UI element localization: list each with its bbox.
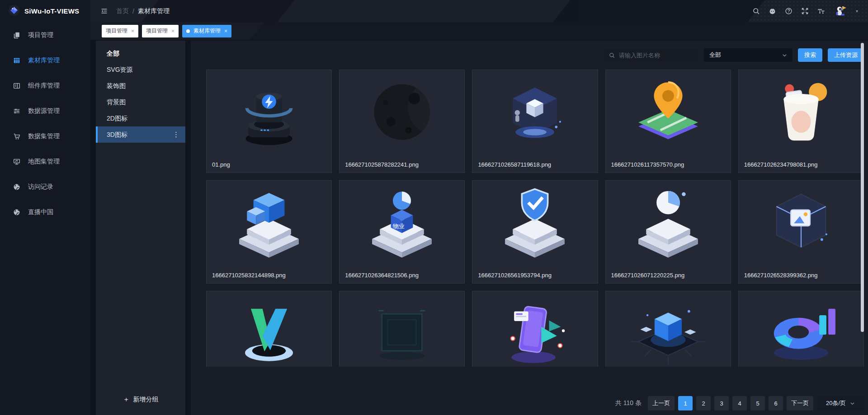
category-label: 2D图标 xyxy=(107,115,127,122)
asset-card[interactable]: 1666271025878282241.png xyxy=(339,70,465,173)
asset-card[interactable]: 1666271026071220225.png xyxy=(605,180,731,284)
tab-close-icon[interactable]: × xyxy=(171,28,175,34)
category-item-3D图标[interactable]: 3D图标⋮ xyxy=(96,126,185,143)
pagination-page-6[interactable]: 6 xyxy=(769,396,783,410)
asset-card[interactable]: 1666271026234798081.png xyxy=(738,70,864,173)
asset-toolbar: 全部 搜索 上传资源 xyxy=(206,41,864,70)
dataset-icon xyxy=(13,132,21,140)
sidebar-menu: 项目管理素材库管理组件库管理数据源管理数据集管理地图集管理访问记录直播中国 xyxy=(0,22,90,225)
pagination-next-button[interactable]: 下一页 xyxy=(787,396,813,410)
asset-search-box xyxy=(604,48,698,62)
asset-card[interactable] xyxy=(472,291,598,367)
search-button[interactable]: 搜索 xyxy=(798,48,822,62)
pagination: 共 110 条 上一页 123456 下一页 20条/页 xyxy=(206,396,864,410)
category-item-全部[interactable]: 全部 xyxy=(96,45,185,61)
pagination-page-1[interactable]: 1 xyxy=(678,396,693,410)
github-icon[interactable] xyxy=(769,7,776,15)
tab-项目管理[interactable]: 项目管理× xyxy=(102,25,138,37)
pagination-page-3[interactable]: 3 xyxy=(714,396,729,410)
category-label: 3D图标 xyxy=(107,131,127,138)
page-size-select[interactable]: 20条/页 xyxy=(817,396,864,410)
category-item-背景图[interactable]: 背景图 xyxy=(96,94,185,110)
tab-label: 项目管理 xyxy=(106,27,127,35)
live-icon xyxy=(13,208,21,216)
tab-项目管理[interactable]: 项目管理× xyxy=(142,25,179,37)
category-item-装饰图[interactable]: 装饰图 xyxy=(96,78,185,94)
logo: SiWu-IoT-VIEWS xyxy=(0,0,90,22)
asset-type-select[interactable]: 全部 xyxy=(704,48,793,62)
scrollbar-thumb[interactable] xyxy=(861,43,864,332)
sidebar-item-label: 组件库管理 xyxy=(28,82,60,90)
pagination-page-5[interactable]: 5 xyxy=(750,396,765,410)
pagination-pages: 123456 xyxy=(678,396,783,410)
asset-filename: 1666271026071220225.png xyxy=(611,272,685,279)
pagination-prev-button[interactable]: 上一页 xyxy=(648,396,675,410)
app-title: SiWu-IoT-VIEWS xyxy=(24,7,79,15)
breadcrumb: 首页 / 素材库管理 xyxy=(116,7,170,15)
asset-filename: 1666271025878282241.png xyxy=(345,161,419,168)
user-menu-caret-icon[interactable]: ▾ xyxy=(856,9,858,14)
sidebar-item[interactable]: 项目管理 xyxy=(0,23,90,48)
category-item-SVG资源[interactable]: SVG资源 xyxy=(96,61,185,78)
asset-filename: 1666271026364821506.png xyxy=(345,272,419,279)
asset-thumbnail-holo-cube xyxy=(496,75,574,152)
breadcrumb-home[interactable]: 首页 xyxy=(116,7,129,15)
sidebar-item-label: 访问记录 xyxy=(28,183,53,191)
asset-grid-viewport: 01.png1666271025878282241.png16662710265… xyxy=(206,70,864,367)
category-label: 装饰图 xyxy=(107,82,126,89)
category-item-2D图标[interactable]: 2D图标 xyxy=(96,110,185,126)
add-group-button[interactable]: ＋新增分组 xyxy=(96,395,185,404)
asset-card[interactable]: 物业1666271026364821506.png xyxy=(339,180,465,284)
breadcrumb-separator: / xyxy=(132,8,134,15)
category-label: 背景图 xyxy=(107,98,126,106)
sidebar-item[interactable]: 组件库管理 xyxy=(0,73,90,98)
search-icon[interactable] xyxy=(752,7,760,15)
pagination-page-2[interactable]: 2 xyxy=(696,396,711,410)
asset-card[interactable]: 01.png xyxy=(206,70,332,173)
sidebar-item[interactable]: 访问记录 xyxy=(0,174,90,200)
category-list: 全部SVG资源装饰图背景图2D图标3D图标⋮ xyxy=(96,41,185,143)
asset-thumbnail-pie-white xyxy=(629,185,707,263)
tab-close-icon[interactable]: × xyxy=(131,28,134,34)
asset-card[interactable] xyxy=(738,291,864,367)
asset-card[interactable]: 1666271026528399362.png xyxy=(738,180,864,284)
page-size-value: 20条/页 xyxy=(826,399,846,407)
open-tabs-bar: 项目管理×项目管理×素材库管理× xyxy=(90,22,868,40)
asset-card[interactable]: 1666271026561953794.png xyxy=(472,180,598,284)
asset-card[interactable]: 1666271025832144898.png xyxy=(206,180,332,284)
help-icon[interactable] xyxy=(785,7,793,15)
tab-label: 项目管理 xyxy=(146,27,168,35)
sidebar-item[interactable]: 数据集管理 xyxy=(0,124,90,149)
upload-asset-button[interactable]: 上传资源 xyxy=(828,48,864,62)
records-icon xyxy=(13,183,21,191)
sidebar-item[interactable]: 素材库管理 xyxy=(0,48,90,73)
sidebar-item-label: 地图集管理 xyxy=(28,158,60,166)
asset-card[interactable] xyxy=(605,291,731,367)
asset-card[interactable] xyxy=(206,291,332,367)
font-size-icon[interactable] xyxy=(817,7,825,15)
user-avatar[interactable] xyxy=(834,5,847,18)
collapse-sidebar-icon[interactable] xyxy=(100,7,108,15)
sidebar-item-label: 数据源管理 xyxy=(28,107,60,115)
add-group-label: 新增分组 xyxy=(133,396,159,403)
project-icon xyxy=(13,31,21,39)
asset-filename: 1666271026587119618.png xyxy=(478,161,551,168)
sidebar-item-label: 素材库管理 xyxy=(28,56,60,65)
asset-search-input[interactable] xyxy=(618,51,694,59)
category-kebab-icon[interactable]: ⋮ xyxy=(173,126,180,143)
fullscreen-icon[interactable] xyxy=(801,7,809,15)
tab-label: 素材库管理 xyxy=(193,27,221,35)
sidebar-item[interactable]: 地图集管理 xyxy=(0,149,90,174)
sidebar-item[interactable]: 直播中国 xyxy=(0,200,90,225)
main-area: 全部SVG资源装饰图背景图2D图标3D图标⋮ ＋新增分组 全部 搜索 上传资源 xyxy=(90,40,868,415)
asset-card[interactable] xyxy=(339,291,465,367)
asset-card[interactable]: 1666271026117357570.png xyxy=(605,70,731,173)
plus-icon: ＋ xyxy=(123,395,130,403)
tab-素材库管理[interactable]: 素材库管理× xyxy=(182,25,231,37)
tab-close-icon[interactable]: × xyxy=(224,28,227,34)
pagination-page-4[interactable]: 4 xyxy=(732,396,747,410)
sidebar-item[interactable]: 数据源管理 xyxy=(0,98,90,124)
asset-filename: 01.png xyxy=(212,161,230,168)
asset-type-value: 全部 xyxy=(709,51,721,59)
asset-card[interactable]: 1666271026587119618.png xyxy=(472,70,598,173)
